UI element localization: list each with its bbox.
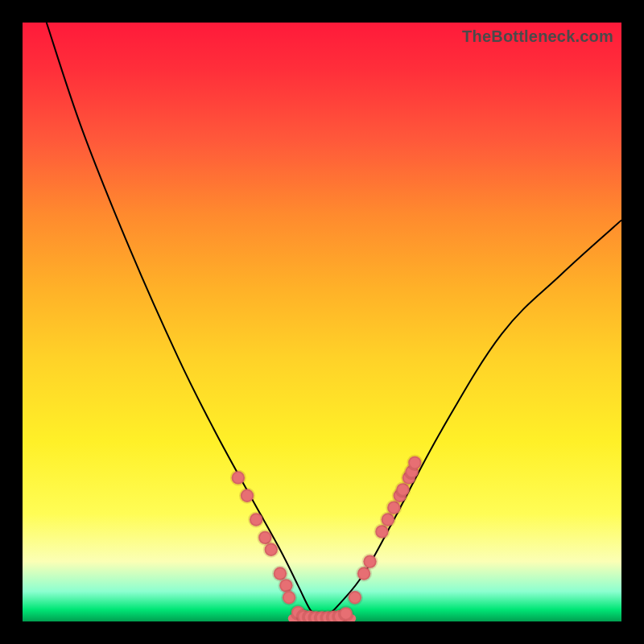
chart-frame: TheBottleneck.com — [0, 0, 644, 644]
data-point — [265, 543, 278, 556]
data-point — [408, 456, 421, 469]
dots-group — [232, 456, 422, 621]
data-point — [250, 513, 262, 526]
chart-plot-area: TheBottleneck.com — [23, 23, 621, 621]
data-point — [283, 591, 295, 604]
data-point — [232, 471, 245, 484]
chart-svg — [23, 23, 621, 621]
data-point — [340, 607, 353, 620]
data-point — [241, 489, 254, 502]
data-point — [363, 555, 376, 568]
curve-left-path — [47, 23, 320, 618]
data-point — [349, 591, 361, 604]
